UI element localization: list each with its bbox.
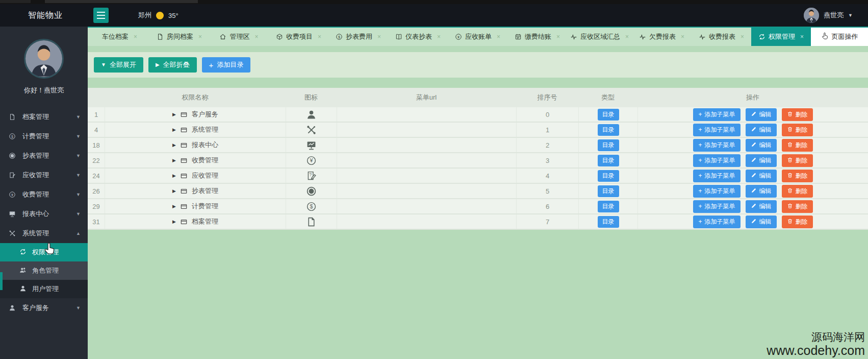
tab-meter-fee[interactable]: $ 抄表费用 × <box>328 28 388 46</box>
caret-right-icon[interactable]: ▶ <box>172 158 176 163</box>
trash-icon <box>787 126 793 134</box>
delete-button[interactable]: 删除 <box>782 139 813 152</box>
close-icon[interactable]: × <box>377 33 381 40</box>
sidebar-item-archive[interactable]: 档案管理 ▼ <box>0 107 88 127</box>
chart-board-icon <box>306 140 317 151</box>
delete-button[interactable]: 删除 <box>782 124 813 136</box>
tree-node[interactable]: ▶应收管理 <box>172 171 218 180</box>
caret-right-icon[interactable]: ▶ <box>172 127 176 132</box>
tab-arrears-report[interactable]: 欠费报表 × <box>632 28 692 46</box>
tab-receivable-area-summary[interactable]: 应收区域汇总 × <box>567 28 632 46</box>
tab-room-archive[interactable]: 房间档案 × <box>149 28 209 46</box>
trash-icon <box>787 157 793 164</box>
tree-node[interactable]: ▶系统管理 <box>172 125 218 134</box>
folder-icon <box>180 157 188 164</box>
page-action-button[interactable]: 页面操作 <box>811 28 868 46</box>
delete-button[interactable]: 删除 <box>782 185 813 198</box>
close-icon[interactable]: × <box>134 33 137 40</box>
sidebar-item-role[interactable]: 角色管理 <box>0 261 88 280</box>
tree-node[interactable]: ▶客户服务 <box>172 110 218 119</box>
sidebar-item-charge[interactable]: ¥ 收费管理 ▼ <box>0 185 88 204</box>
close-icon[interactable]: × <box>254 33 258 40</box>
delete-button[interactable]: 删除 <box>782 200 813 213</box>
username-label: 燕世亮 <box>824 11 844 20</box>
pencil-icon <box>751 157 757 164</box>
close-icon[interactable]: × <box>497 33 500 40</box>
caret-right-icon[interactable]: ▶ <box>172 204 176 209</box>
add-submenu-button[interactable]: +添加子菜单 <box>693 200 740 213</box>
edit-button[interactable]: 编辑 <box>746 139 777 152</box>
pencil-icon <box>751 218 757 226</box>
caret-right-icon[interactable]: ▶ <box>172 173 176 178</box>
tab-payment-settle[interactable]: 缴费结账 × <box>507 28 567 46</box>
sidebar-item-receivable[interactable]: 应收管理 ▼ <box>0 165 88 185</box>
add-submenu-button[interactable]: +添加子菜单 <box>693 154 740 167</box>
tab-meter-reading[interactable]: 仪表抄表 × <box>388 28 448 46</box>
close-icon[interactable]: × <box>198 33 202 40</box>
close-icon[interactable]: × <box>741 33 744 40</box>
sidebar-item-billing[interactable]: $ 计费管理 ▼ <box>0 127 88 146</box>
pencil-icon <box>751 172 757 180</box>
tab-permission-management[interactable]: 权限管理 × <box>751 28 811 46</box>
sidebar-item-report[interactable]: 报表中心 ▼ <box>0 204 88 224</box>
delete-button[interactable]: 删除 <box>782 108 813 121</box>
close-icon[interactable]: × <box>318 33 321 40</box>
plus-icon: + <box>698 127 702 133</box>
caret-right-icon[interactable]: ▶ <box>172 142 176 148</box>
sidebar-item-user[interactable]: 用户管理 <box>0 280 88 298</box>
plus-icon: + <box>698 203 702 209</box>
tab-receivable-bill[interactable]: ¥ 应收账单 × <box>448 28 507 46</box>
caret-right-icon[interactable]: ▶ <box>172 112 176 117</box>
tab-management-area[interactable]: 管理区 × <box>209 28 269 46</box>
sidebar-item-system[interactable]: 系统管理 ▲ <box>0 224 88 243</box>
close-icon[interactable]: × <box>437 33 441 40</box>
close-icon[interactable]: × <box>625 33 629 40</box>
close-icon[interactable]: × <box>681 33 684 40</box>
close-icon[interactable]: × <box>556 33 560 40</box>
add-submenu-button[interactable]: +添加子菜单 <box>693 170 740 182</box>
close-icon[interactable]: × <box>800 33 804 40</box>
sidebar-item-meter[interactable]: 抄表管理 ▼ <box>0 146 88 165</box>
tree-node[interactable]: ▶档案管理 <box>172 217 218 226</box>
user-menu[interactable]: 燕世亮 ▼ <box>804 8 853 23</box>
edit-button[interactable]: 编辑 <box>746 108 777 121</box>
collapse-all-button[interactable]: ▶ 全部折叠 <box>148 57 197 73</box>
add-submenu-button[interactable]: +添加子菜单 <box>693 124 740 136</box>
add-submenu-button[interactable]: +添加子菜单 <box>693 139 740 152</box>
caret-right-icon[interactable]: ▶ <box>172 188 176 194</box>
sidebar-scrollbar[interactable] <box>0 272 3 290</box>
sidebar-item-permission[interactable]: 权限管理 <box>0 243 88 261</box>
tree-node[interactable]: ▶计费管理 <box>172 202 218 211</box>
edit-button[interactable]: 编辑 <box>746 124 777 136</box>
edit-button[interactable]: 编辑 <box>746 154 777 167</box>
delete-button[interactable]: 删除 <box>782 154 813 167</box>
hand-icon <box>821 32 829 41</box>
pulse-icon <box>639 33 646 40</box>
trash-icon <box>787 203 793 210</box>
calendar-icon <box>515 33 522 40</box>
tab-bar: 车位档案 × 房间档案 × 管理区 × 收费项目 × $ 抄表费用 × <box>88 27 868 46</box>
hamburger-menu-button[interactable] <box>93 8 109 23</box>
table-row: 1 ▶客户服务 0 目录 +添加子菜单编辑删除 <box>88 107 868 123</box>
delete-button[interactable]: 删除 <box>782 170 813 182</box>
add-submenu-button[interactable]: +添加子菜单 <box>693 108 740 121</box>
caret-right-icon[interactable]: ▶ <box>172 219 176 224</box>
tab-parking-archive[interactable]: 车位档案 × <box>90 28 149 46</box>
tab-charge-items[interactable]: 收费项目 × <box>269 28 328 46</box>
tree-node[interactable]: ▶抄表管理 <box>172 186 218 196</box>
table-row: 26 ▶抄表管理 5 目录 +添加子菜单编辑删除 <box>88 184 868 199</box>
edit-button[interactable]: 编辑 <box>746 185 777 198</box>
edit-button[interactable]: 编辑 <box>746 200 777 213</box>
tree-node[interactable]: ▶收费管理 <box>172 156 218 165</box>
sidebar-item-customer[interactable]: 客户服务 ▼ <box>0 298 88 318</box>
tab-charge-report[interactable]: 收费报表 × <box>692 28 751 46</box>
plus-icon: + <box>698 188 702 194</box>
edit-button[interactable]: 编辑 <box>746 170 777 182</box>
add-submenu-button[interactable]: +添加子菜单 <box>693 216 740 228</box>
edit-button[interactable]: 编辑 <box>746 216 777 228</box>
tree-node[interactable]: ▶报表中心 <box>172 140 218 150</box>
add-directory-button[interactable]: + 添加目录 <box>202 57 251 73</box>
add-submenu-button[interactable]: +添加子菜单 <box>693 185 740 198</box>
delete-button[interactable]: 删除 <box>782 216 813 228</box>
expand-all-button[interactable]: ▼ 全部展开 <box>94 57 143 73</box>
